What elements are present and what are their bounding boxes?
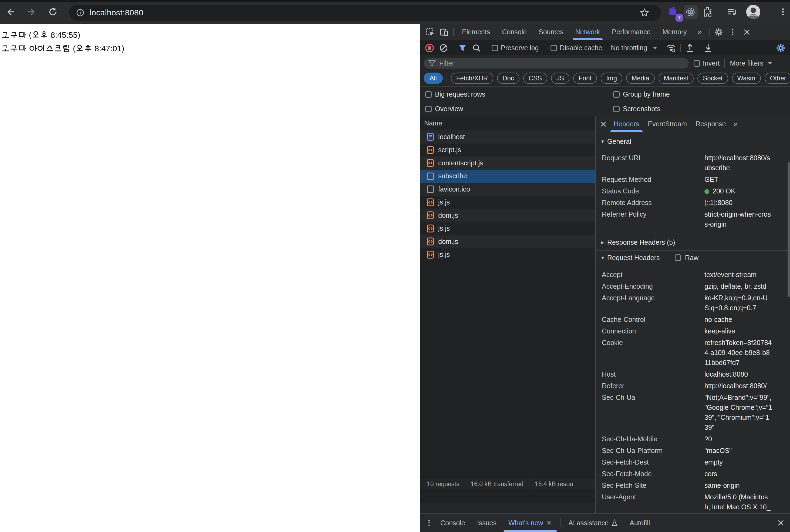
header-value: refreshToken=8f207844-a109-40ee-b9e8-b81… [704,338,772,368]
tab-elements[interactable]: Elements [456,24,496,40]
request-row[interactable]: js.js [420,248,595,261]
name-column-header[interactable]: Name [420,116,595,130]
screenshots-option[interactable]: Screenshots [613,105,660,113]
network-conditions-icon[interactable] [664,41,678,55]
reload-button[interactable] [47,6,59,18]
extensions-puzzle-icon[interactable] [700,5,714,19]
header-name: Connection [602,326,704,336]
invert-checkbox[interactable] [694,60,700,66]
header-row: Refererhttp://localhost:8080/ [596,380,790,392]
type-filter-other[interactable]: Other [765,73,790,84]
detail-tab-eventstream[interactable]: EventStream [644,116,692,132]
close-tab-icon[interactable]: ✕ [546,519,552,527]
close-detail-icon[interactable] [598,117,609,131]
type-filter-all[interactable]: All [424,73,443,84]
extension-notebook-icon[interactable]: 7 [666,5,680,19]
device-toolbar-icon[interactable] [437,25,451,39]
type-filter-wasm[interactable]: Wasm [732,73,761,84]
section-header-requestheaders[interactable]: ▾Request HeadersRaw [596,251,790,265]
type-filter-font[interactable]: Font [573,73,597,84]
section-header-responseheaders[interactable]: ▸Response Headers (5) [596,234,790,251]
disable-cache-checkbox[interactable] [551,45,557,51]
type-filter-manifest[interactable]: Manifest [659,73,694,84]
header-value: strict-origin-when-cross-origin [704,209,772,229]
request-row[interactable]: localhost [420,130,595,144]
request-row[interactable]: subscribe [420,170,595,183]
type-filter-img[interactable]: Img [601,73,622,84]
request-detail-panel: HeadersEventStreamResponse » ▾GeneralReq… [595,116,790,513]
tab-network[interactable]: Network [569,24,606,40]
tab-performance[interactable]: Performance [606,24,656,40]
tab-memory[interactable]: Memory [656,24,693,40]
request-list: Name localhostscript.jscontentscript.jss… [420,116,595,503]
drawer-tab-issues[interactable]: Issues [471,514,502,532]
request-row[interactable]: contentscript.js [420,156,595,170]
record-network-log-icon[interactable] [423,41,437,55]
filter-placeholder: Filter [439,59,454,67]
header-name: Referer [602,381,704,391]
filter-icon[interactable] [456,41,470,55]
profile-avatar[interactable] [746,5,760,19]
request-row[interactable]: dom.js [420,235,595,248]
network-settings-icon[interactable] [774,41,788,55]
bookmark-star-icon[interactable] [640,8,649,17]
react-extension-icon[interactable] [684,5,698,19]
drawer-tab-console[interactable]: Console [435,514,471,532]
address-bar[interactable]: localhost:8080 [69,5,661,21]
group-by-frame-option[interactable]: Group by frame [613,90,670,98]
type-filter-css[interactable]: CSS [523,73,547,84]
devtools-menu-icon[interactable] [726,25,740,39]
type-filter-fetchxhr[interactable]: Fetch/XHR [451,73,493,84]
section-header-general[interactable]: ▾General [596,135,790,148]
scrollbar-thumb[interactable] [788,162,790,297]
overview-option[interactable]: Overview [425,105,463,113]
drawer-tab-autofill[interactable]: Autofill [624,514,656,532]
header-name: Sec-Ch-Ua-Mobile [602,434,704,444]
raw-toggle[interactable]: Raw [675,254,698,262]
drawer-tab-whatsnew[interactable]: What's new✕ [502,514,558,532]
script-file-icon [427,198,434,206]
tab-console[interactable]: Console [496,24,533,40]
throttling-select[interactable]: No throttling [611,44,647,52]
export-har-icon[interactable] [701,41,715,55]
preserve-log-checkbox[interactable] [492,45,498,51]
request-row[interactable]: dom.js [420,209,595,222]
search-icon[interactable] [470,41,483,55]
drawer-tab-aiassistance[interactable]: AI assistance [563,514,624,532]
back-button[interactable] [4,6,16,18]
inspect-element-icon[interactable] [423,25,437,39]
url-text[interactable]: localhost:8080 [90,8,143,17]
browser-menu-icon[interactable] [776,5,790,19]
site-info-icon[interactable] [76,8,84,17]
more-tabs-icon[interactable]: » [693,25,707,39]
network-filter-input[interactable]: Filter [424,58,689,69]
tab-sources[interactable]: Sources [533,24,569,40]
type-filter-js[interactable]: JS [551,73,569,84]
devtools-settings-icon[interactable] [712,25,726,39]
request-row[interactable]: script.js [420,144,595,157]
forward-button[interactable] [26,6,38,18]
header-value: Mozilla/5.0 (Macintosh; Intel Mac OS X 1… [704,492,772,513]
import-har-icon[interactable] [683,41,697,55]
detail-tab-headers[interactable]: Headers [609,116,644,132]
header-name: Accept-Encoding [602,281,704,291]
header-row: Remote Address[::1]:8080 [596,197,790,209]
request-row[interactable]: js.js [420,222,595,235]
request-row[interactable]: js.js [420,196,595,209]
detail-tab-response[interactable]: Response [691,116,730,132]
more-filters-caret-icon [768,62,772,65]
drawer-menu-icon[interactable] [424,516,435,530]
type-filter-doc[interactable]: Doc [497,73,519,84]
type-filter-media[interactable]: Media [626,73,655,84]
more-filters-button[interactable]: More filters [730,59,764,67]
big-request-rows-option[interactable]: Big request rows [425,90,485,98]
more-detail-tabs-icon[interactable]: » [730,117,741,131]
type-filter-socket[interactable]: Socket [697,73,728,84]
close-drawer-icon[interactable] [774,516,788,530]
clear-network-log-icon[interactable] [437,41,451,55]
media-playlist-icon[interactable] [725,5,739,19]
message-list: (8:45:55)(8:47:01) [0,24,420,54]
browser-window: localhost:8080 7 (8:45:55)(8:47:01) [0,0,790,532]
request-row[interactable]: favicon.ico [420,183,595,196]
devtools-close-icon[interactable] [740,25,754,39]
